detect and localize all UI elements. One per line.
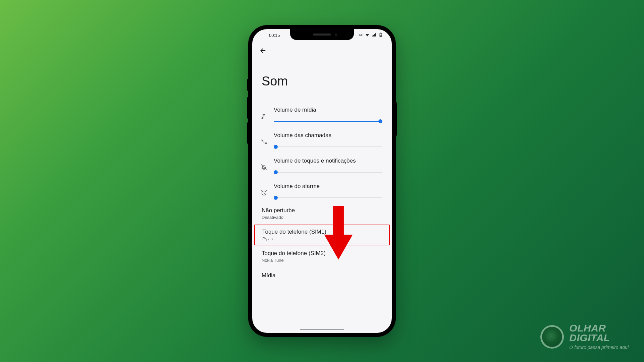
slider-calls-label: Volume das chamadas bbox=[274, 132, 382, 139]
home-indicator bbox=[300, 329, 344, 330]
row-dnd-title: Não perturbe bbox=[262, 207, 382, 214]
status-indicators bbox=[358, 33, 384, 38]
row-sim1-sub: Pyxis bbox=[262, 236, 382, 241]
phone-mockup: 00:15 Som Volume de mídia bbox=[248, 25, 396, 337]
row-sim2-sub: Nokia Tune bbox=[262, 258, 382, 263]
phone-icon bbox=[260, 138, 268, 145]
brand-tagline: O futuro passa primeiro aqui bbox=[569, 345, 629, 350]
row-dnd-sub: Desativado bbox=[262, 215, 382, 220]
signal-icon bbox=[372, 33, 376, 38]
brand-logo: OLHAR DIGITAL O futuro passa primeiro aq… bbox=[540, 323, 629, 350]
row-do-not-disturb[interactable]: Não perturbe Desativado bbox=[252, 202, 392, 225]
battery-icon bbox=[378, 33, 383, 38]
phone-notch bbox=[290, 29, 354, 40]
row-sim1-title: Toque do telefone (SIM1) bbox=[262, 229, 382, 235]
slider-alarm-label: Volume do alarme bbox=[274, 183, 382, 190]
svg-rect-2 bbox=[380, 36, 381, 36]
slider-alarm: Volume do alarme bbox=[252, 177, 392, 202]
slider-ring-label: Volume de toques e notificações bbox=[274, 158, 382, 164]
alarm-clock-icon bbox=[260, 189, 268, 196]
music-note-icon bbox=[260, 113, 268, 120]
back-button[interactable] bbox=[258, 46, 268, 55]
slider-calls: Volume das chamadas bbox=[252, 126, 392, 152]
bell-off-icon bbox=[260, 164, 268, 171]
page-title: Som bbox=[252, 55, 392, 101]
row-ringtone-sim2[interactable]: Toque do telefone (SIM2) Nokia Tune bbox=[252, 245, 392, 267]
slider-media-track[interactable] bbox=[274, 118, 382, 125]
wifi-icon bbox=[365, 33, 370, 38]
row-sim2-title: Toque do telefone (SIM2) bbox=[262, 250, 382, 257]
row-media-title: Mídia bbox=[262, 272, 382, 279]
phone-screen: 00:15 Som Volume de mídia bbox=[252, 29, 392, 333]
row-ringtone-sim1-highlight[interactable]: Toque do telefone (SIM1) Pyxis bbox=[254, 225, 390, 245]
vibrate-icon bbox=[358, 33, 363, 38]
slider-calls-track[interactable] bbox=[274, 143, 382, 150]
slider-alarm-track[interactable] bbox=[274, 194, 382, 201]
slider-media: Volume de mídia bbox=[252, 101, 392, 126]
svg-rect-1 bbox=[380, 33, 381, 33]
slider-media-label: Volume de mídia bbox=[274, 107, 382, 113]
brand-line2: DIGITAL bbox=[569, 332, 610, 343]
slider-ring-track[interactable] bbox=[274, 169, 382, 176]
row-media[interactable]: Mídia bbox=[252, 267, 392, 279]
status-time: 00:15 bbox=[260, 33, 280, 38]
brand-logo-icon bbox=[540, 325, 564, 349]
slider-ring: Volume de toques e notificações bbox=[252, 152, 392, 177]
